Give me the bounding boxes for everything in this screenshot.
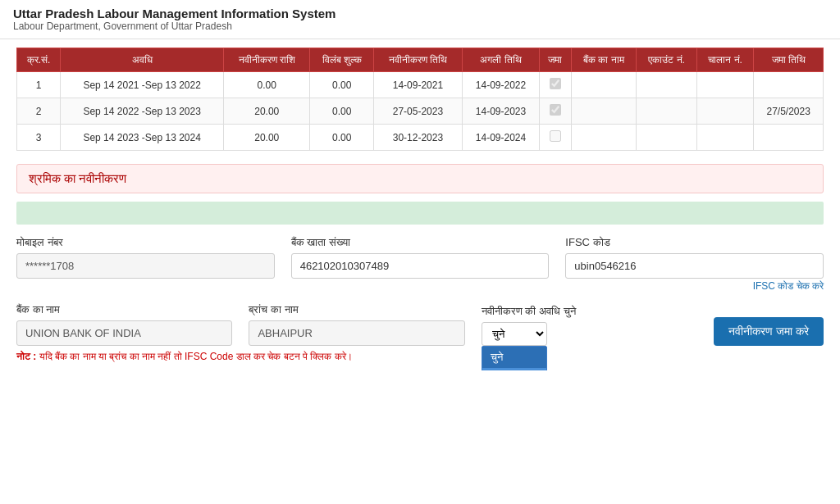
section-title: श्रमिक का नवीनीकरण (16, 164, 824, 193)
form-row-1: मोबाइल नंबर बैंक खाता संख्या IFSC कोड IF… (16, 236, 824, 292)
table-cell: 30-12-2023 (374, 125, 462, 151)
dropdown-item-chune[interactable]: चुने (482, 347, 546, 368)
table-cell: 1 (17, 72, 61, 98)
bank-account-label: बैंक खाता संख्या (291, 236, 550, 249)
table-cell: 20.00 (224, 125, 310, 151)
table-cell: 14-09-2021 (374, 72, 462, 98)
table-cell[interactable] (540, 72, 571, 98)
table-cell: 27/5/2023 (754, 98, 824, 125)
table-cell: 3 (17, 125, 61, 151)
table-cell[interactable] (540, 125, 571, 151)
renewal-table: क्र.सं. अवधि नवीनीकरण राशि विलंब शुल्क न… (16, 48, 824, 151)
col-jama-tithi: जमा तिथि (754, 48, 824, 72)
table-cell: 0.00 (310, 98, 374, 125)
duration-dropdown-menu: चुने 1 वर्ष 2 वर्ष 3 वर्ष (482, 346, 547, 370)
table-row: 2Sep 14 2022 -Sep 13 202320.000.0027-05-… (17, 98, 824, 125)
mobile-input[interactable] (16, 253, 275, 279)
col-vilamb-shulk: विलंब शुल्क (310, 48, 374, 72)
branch-input[interactable] (249, 320, 464, 346)
table-cell: Sep 14 2023 -Sep 13 2024 (61, 125, 224, 151)
table-cell: 0.00 (310, 125, 374, 151)
duration-dropdown-wrapper: चुने 1 वर्ष 2 वर्ष 3 वर्ष चुने 1 वर्ष 2 … (482, 322, 697, 346)
table-cell: Sep 14 2022 -Sep 13 2023 (61, 98, 224, 125)
bank-name-label: बैंक का नाम (16, 303, 232, 316)
col-chalan-no: चालान नं. (696, 48, 754, 72)
col-navikaran-tithi: नवीनीकरण तिथि (374, 48, 462, 72)
mobile-group: मोबाइल नंबर (16, 236, 275, 279)
dropdown-item-1year[interactable]: 1 वर्ष (482, 368, 546, 370)
table-cell: Sep 14 2021 -Sep 13 2022 (61, 72, 224, 98)
bank-account-group: बैंक खाता संख्या (291, 236, 550, 279)
submit-group: नवीनीकरण जमा करे (714, 306, 824, 346)
table-cell (696, 125, 754, 151)
ifsc-input[interactable] (565, 253, 824, 279)
bank-name-group: बैंक का नाम (16, 303, 232, 346)
table-cell (571, 72, 637, 98)
note-body: यदि बैंक का नाम या ब्रांच का नाम नहीं तो… (39, 351, 353, 362)
table-cell (571, 98, 637, 125)
col-agli-tithi: अगली तिथि (462, 48, 540, 72)
app-title: Uttar Pradesh Labour Management Informat… (13, 7, 827, 20)
header: Uttar Pradesh Labour Management Informat… (0, 0, 840, 39)
table-row: 1Sep 14 2021 -Sep 13 20220.000.0014-09-2… (17, 72, 824, 98)
submit-button[interactable]: नवीनीकरण जमा करे (714, 317, 824, 346)
mobile-label: मोबाइल नंबर (16, 236, 275, 249)
table-cell (571, 125, 637, 151)
branch-group: ब्रांच का नाम (249, 303, 464, 346)
ifsc-label: IFSC कोड (565, 236, 824, 249)
ifsc-check-link[interactable]: IFSC कोड चेक करे (565, 280, 824, 292)
table-cell: 27-05-2023 (374, 98, 462, 125)
col-avadhi: अवधि (61, 48, 224, 72)
col-sno: क्र.सं. (17, 48, 61, 72)
table-cell: 2 (17, 98, 61, 125)
bank-name-input[interactable] (16, 320, 232, 346)
table-cell (696, 72, 754, 98)
form-row-2: बैंक का नाम ब्रांच का नाम नवीनीकरण की अव… (16, 303, 824, 346)
col-bank-name: बैंक का नाम (571, 48, 637, 72)
note-text: नोट : यदि बैंक का नाम या ब्रांच का नाम न… (16, 351, 824, 362)
ifsc-group: IFSC कोड IFSC कोड चेक करे (565, 236, 824, 292)
table-cell: 14-09-2022 (462, 72, 540, 98)
table-cell (696, 98, 754, 125)
table-row: 3Sep 14 2023 -Sep 13 202420.000.0030-12-… (17, 125, 824, 151)
col-navikaran-rashi: नवीनीकरण राशि (224, 48, 310, 72)
green-bar (16, 202, 824, 225)
table-cell: 0.00 (224, 72, 310, 98)
table-cell: 14-09-2023 (462, 98, 540, 125)
table-cell[interactable] (540, 98, 571, 125)
table-cell: 14-09-2024 (462, 125, 540, 151)
table-cell (754, 72, 824, 98)
app-subtitle: Labour Department, Government of Uttar P… (13, 20, 827, 32)
table-cell (637, 125, 696, 151)
branch-label: ब्रांच का नाम (249, 303, 464, 316)
table-cell: 0.00 (310, 72, 374, 98)
table-cell (754, 125, 824, 151)
duration-select[interactable]: चुने 1 वर्ष 2 वर्ष 3 वर्ष (482, 322, 547, 346)
table-cell: 20.00 (224, 98, 310, 125)
bank-account-input[interactable] (291, 253, 550, 279)
duration-group: नवीनीकरण की अवधि चुने चुने 1 वर्ष 2 वर्ष… (482, 305, 697, 346)
col-jama: जमा (540, 48, 571, 72)
col-account-no: एकाउंट नं. (637, 48, 696, 72)
table-cell (637, 98, 696, 125)
table-cell (637, 72, 696, 98)
duration-label: नवीनीकरण की अवधि चुने (482, 305, 697, 318)
note-prefix: नोट : (16, 351, 36, 362)
